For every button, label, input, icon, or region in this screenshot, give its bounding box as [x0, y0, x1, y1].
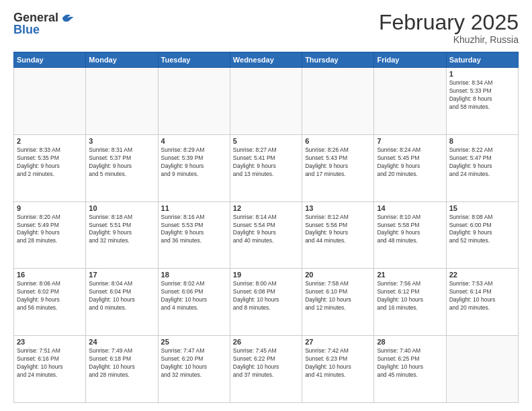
calendar-cell: [86, 68, 158, 135]
day-number: 14: [377, 204, 443, 212]
calendar-week-2: 2Sunrise: 8:33 AM Sunset: 5:35 PM Daylig…: [14, 134, 519, 201]
day-info: Sunrise: 8:16 AM Sunset: 5:53 PM Dayligh…: [161, 214, 227, 246]
calendar-cell: 11Sunrise: 8:16 AM Sunset: 5:53 PM Dayli…: [158, 201, 230, 269]
calendar-cell: 27Sunrise: 7:42 AM Sunset: 6:23 PM Dayli…: [302, 336, 374, 403]
day-info: Sunrise: 8:18 AM Sunset: 5:51 PM Dayligh…: [89, 214, 154, 246]
day-info: Sunrise: 8:08 AM Sunset: 6:00 PM Dayligh…: [449, 214, 515, 246]
calendar-cell: 28Sunrise: 7:40 AM Sunset: 6:25 PM Dayli…: [374, 336, 446, 403]
day-info: Sunrise: 7:42 AM Sunset: 6:23 PM Dayligh…: [305, 347, 371, 379]
calendar-cell: 7Sunrise: 8:24 AM Sunset: 5:45 PM Daylig…: [374, 134, 446, 201]
day-info: Sunrise: 8:10 AM Sunset: 5:58 PM Dayligh…: [377, 214, 443, 246]
calendar-week-4: 16Sunrise: 8:06 AM Sunset: 6:02 PM Dayli…: [14, 269, 519, 336]
day-number: 13: [305, 204, 371, 212]
calendar-cell: 9Sunrise: 8:20 AM Sunset: 5:49 PM Daylig…: [14, 201, 86, 269]
day-number: 27: [305, 338, 371, 346]
day-number: 19: [233, 271, 299, 279]
calendar-cell: 17Sunrise: 8:04 AM Sunset: 6:04 PM Dayli…: [86, 269, 158, 336]
header: General Blue February 2025 Khuzhir, Russ…: [13, 11, 519, 45]
day-info: Sunrise: 8:24 AM Sunset: 5:45 PM Dayligh…: [377, 146, 443, 179]
day-info: Sunrise: 8:34 AM Sunset: 5:33 PM Dayligh…: [449, 79, 515, 111]
calendar-cell: 21Sunrise: 7:56 AM Sunset: 6:12 PM Dayli…: [374, 269, 446, 336]
col-sunday: Sunday: [14, 52, 86, 68]
calendar-cell: 26Sunrise: 7:45 AM Sunset: 6:22 PM Dayli…: [230, 336, 302, 403]
calendar-cell: 14Sunrise: 8:10 AM Sunset: 5:58 PM Dayli…: [374, 201, 446, 269]
day-number: 26: [233, 338, 299, 346]
calendar-cell: 25Sunrise: 7:47 AM Sunset: 6:20 PM Dayli…: [158, 336, 230, 403]
day-number: 17: [89, 271, 154, 279]
day-info: Sunrise: 8:22 AM Sunset: 5:47 PM Dayligh…: [449, 146, 515, 179]
title-block: February 2025 Khuzhir, Russia: [379, 11, 519, 45]
calendar-cell: 10Sunrise: 8:18 AM Sunset: 5:51 PM Dayli…: [86, 201, 158, 269]
day-number: 2: [17, 137, 83, 145]
calendar-cell: 13Sunrise: 8:12 AM Sunset: 5:56 PM Dayli…: [302, 201, 374, 269]
day-number: 5: [233, 137, 299, 145]
day-number: 10: [89, 204, 154, 212]
calendar-cell: 12Sunrise: 8:14 AM Sunset: 5:54 PM Dayli…: [230, 201, 302, 269]
day-info: Sunrise: 8:20 AM Sunset: 5:49 PM Dayligh…: [17, 214, 83, 246]
day-number: 7: [377, 137, 443, 145]
calendar-cell: [230, 68, 302, 135]
day-number: 8: [449, 137, 515, 145]
day-info: Sunrise: 8:04 AM Sunset: 6:04 PM Dayligh…: [89, 280, 154, 312]
day-number: 25: [161, 338, 227, 346]
day-number: 18: [161, 271, 227, 279]
day-info: Sunrise: 8:33 AM Sunset: 5:35 PM Dayligh…: [17, 146, 83, 179]
day-number: 21: [377, 271, 443, 279]
calendar-cell: 5Sunrise: 8:27 AM Sunset: 5:41 PM Daylig…: [230, 134, 302, 201]
page: General Blue February 2025 Khuzhir, Russ…: [0, 0, 532, 411]
day-number: 11: [161, 204, 227, 212]
day-info: Sunrise: 7:49 AM Sunset: 6:18 PM Dayligh…: [89, 347, 154, 379]
calendar-week-1: 1Sunrise: 8:34 AM Sunset: 5:33 PM Daylig…: [14, 68, 519, 135]
day-number: 28: [377, 338, 443, 346]
day-number: 22: [449, 271, 515, 279]
calendar-cell: [302, 68, 374, 135]
calendar-cell: 4Sunrise: 8:29 AM Sunset: 5:39 PM Daylig…: [158, 134, 230, 201]
calendar-cell: [446, 336, 518, 403]
day-number: 9: [17, 204, 83, 212]
day-info: Sunrise: 7:45 AM Sunset: 6:22 PM Dayligh…: [233, 347, 299, 379]
col-friday: Friday: [374, 52, 446, 68]
calendar-cell: 8Sunrise: 8:22 AM Sunset: 5:47 PM Daylig…: [446, 134, 518, 201]
calendar-cell: 23Sunrise: 7:51 AM Sunset: 6:16 PM Dayli…: [14, 336, 86, 403]
day-info: Sunrise: 8:26 AM Sunset: 5:43 PM Dayligh…: [305, 146, 371, 179]
col-saturday: Saturday: [446, 52, 518, 68]
calendar-cell: 15Sunrise: 8:08 AM Sunset: 6:00 PM Dayli…: [446, 201, 518, 269]
day-number: 12: [233, 204, 299, 212]
day-number: 6: [305, 137, 371, 145]
col-monday: Monday: [86, 52, 158, 68]
location: Khuzhir, Russia: [379, 34, 519, 45]
col-thursday: Thursday: [302, 52, 374, 68]
calendar-cell: 24Sunrise: 7:49 AM Sunset: 6:18 PM Dayli…: [86, 336, 158, 403]
day-info: Sunrise: 8:06 AM Sunset: 6:02 PM Dayligh…: [17, 280, 83, 312]
day-info: Sunrise: 8:02 AM Sunset: 6:06 PM Dayligh…: [161, 280, 227, 312]
day-info: Sunrise: 7:40 AM Sunset: 6:25 PM Dayligh…: [377, 347, 443, 379]
day-info: Sunrise: 8:12 AM Sunset: 5:56 PM Dayligh…: [305, 214, 371, 246]
day-info: Sunrise: 8:00 AM Sunset: 6:08 PM Dayligh…: [233, 280, 299, 312]
calendar-cell: [158, 68, 230, 135]
calendar-cell: [14, 68, 86, 135]
day-number: 16: [17, 271, 83, 279]
calendar-table: Sunday Monday Tuesday Wednesday Thursday…: [13, 52, 519, 403]
day-number: 15: [449, 204, 515, 212]
day-info: Sunrise: 7:47 AM Sunset: 6:20 PM Dayligh…: [161, 347, 227, 379]
day-info: Sunrise: 7:51 AM Sunset: 6:16 PM Dayligh…: [17, 347, 83, 379]
day-info: Sunrise: 8:29 AM Sunset: 5:39 PM Dayligh…: [161, 146, 227, 179]
calendar-cell: 18Sunrise: 8:02 AM Sunset: 6:06 PM Dayli…: [158, 269, 230, 336]
calendar-cell: 22Sunrise: 7:53 AM Sunset: 6:14 PM Dayli…: [446, 269, 518, 336]
day-info: Sunrise: 8:27 AM Sunset: 5:41 PM Dayligh…: [233, 146, 299, 179]
day-number: 1: [449, 70, 515, 78]
calendar-cell: 1Sunrise: 8:34 AM Sunset: 5:33 PM Daylig…: [446, 68, 518, 135]
calendar-cell: 2Sunrise: 8:33 AM Sunset: 5:35 PM Daylig…: [14, 134, 86, 201]
day-number: 24: [89, 338, 154, 346]
day-info: Sunrise: 7:58 AM Sunset: 6:10 PM Dayligh…: [305, 280, 371, 312]
day-number: 23: [17, 338, 83, 346]
month-title: February 2025: [379, 11, 519, 34]
day-number: 20: [305, 271, 371, 279]
calendar-cell: 6Sunrise: 8:26 AM Sunset: 5:43 PM Daylig…: [302, 134, 374, 201]
calendar-week-3: 9Sunrise: 8:20 AM Sunset: 5:49 PM Daylig…: [14, 201, 519, 269]
day-number: 3: [89, 137, 154, 145]
calendar-header-row: Sunday Monday Tuesday Wednesday Thursday…: [14, 52, 519, 68]
logo: General Blue: [13, 11, 75, 38]
day-number: 4: [161, 137, 227, 145]
day-info: Sunrise: 7:53 AM Sunset: 6:14 PM Dayligh…: [449, 280, 515, 312]
